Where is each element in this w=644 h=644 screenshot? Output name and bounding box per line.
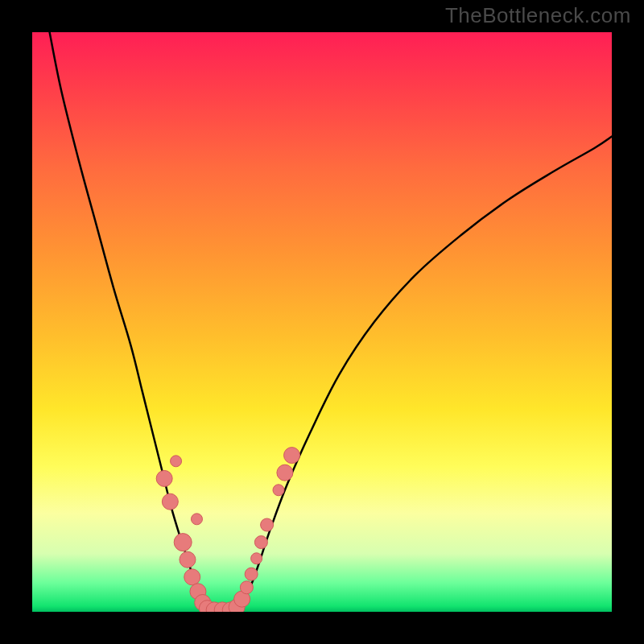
plot-area (32, 32, 612, 612)
data-dot (240, 581, 253, 594)
data-dot (191, 514, 202, 525)
data-dot (162, 493, 178, 510)
data-dot (254, 536, 267, 549)
data-dot (245, 568, 258, 580)
data-dot (156, 470, 172, 486)
data-dot (277, 464, 293, 481)
data-dot (251, 553, 262, 564)
data-dot (184, 569, 200, 585)
left-branch-curve (50, 32, 210, 611)
chart-container: TheBottleneck.com (0, 0, 644, 644)
data-dot (171, 456, 182, 467)
curve-svg (32, 32, 612, 612)
right-branch-curve (235, 137, 612, 611)
data-dot (273, 485, 284, 496)
watermark-text: TheBottleneck.com (445, 3, 631, 28)
data-dot (174, 534, 192, 551)
data-dot (261, 518, 274, 531)
data-dot (180, 551, 196, 568)
data-dot (284, 448, 300, 464)
